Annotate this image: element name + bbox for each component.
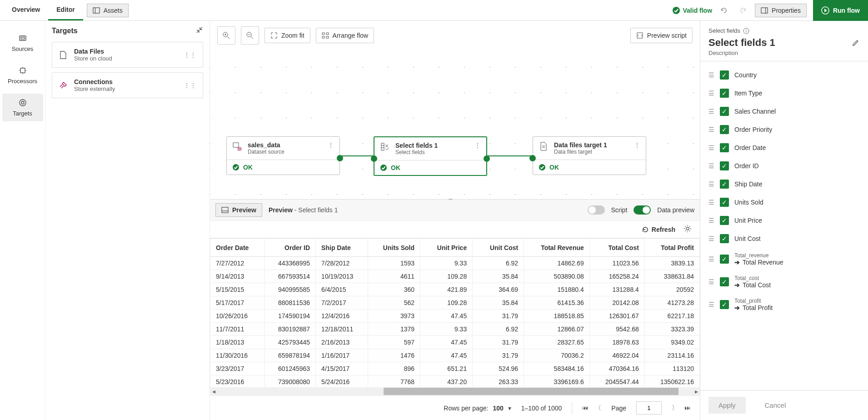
col-header[interactable]: Unit Price bbox=[420, 239, 473, 257]
first-page-button[interactable]: ⏮ bbox=[582, 404, 589, 412]
col-header[interactable]: Units Sold bbox=[368, 239, 420, 257]
field-row[interactable]: ☰✓Sales Channel bbox=[708, 102, 860, 120]
field-row[interactable]: ☰✓Unit Cost bbox=[708, 230, 860, 248]
checkbox[interactable]: ✓ bbox=[720, 161, 729, 170]
field-row[interactable]: ☰✓Unit Price bbox=[708, 211, 860, 230]
collapse-panel-icon[interactable] bbox=[196, 26, 203, 35]
checkbox[interactable]: ✓ bbox=[720, 143, 729, 152]
checkbox[interactable]: ✓ bbox=[720, 216, 729, 225]
drag-handle-icon[interactable]: ☰ bbox=[708, 199, 714, 206]
col-header[interactable]: Total Cost bbox=[589, 239, 644, 257]
table-row[interactable]: 5/17/20178808115367/2/2017562109.2835.84… bbox=[210, 296, 700, 310]
field-row[interactable]: ☰✓Order ID bbox=[708, 157, 860, 175]
node-port-in[interactable] bbox=[529, 155, 536, 161]
field-row[interactable]: ☰✓Units Sold bbox=[708, 193, 860, 211]
zoom-in-button[interactable] bbox=[217, 26, 235, 45]
drag-handle-icon[interactable]: ☰ bbox=[708, 301, 714, 308]
last-page-button[interactable]: ⏭ bbox=[684, 404, 691, 412]
chevron-down-icon[interactable]: ▾ bbox=[508, 405, 511, 412]
table-row[interactable]: 5/15/20159409955856/4/2015360421.89364.6… bbox=[210, 283, 700, 296]
field-row[interactable]: ☰✓Item Type bbox=[708, 84, 860, 102]
node-port-in[interactable] bbox=[371, 155, 377, 162]
field-row[interactable]: ☰✓Order Date bbox=[708, 139, 860, 157]
table-row[interactable]: 10/26/201617459019412/4/2016397347.4531.… bbox=[210, 310, 700, 323]
horizontal-scrollbar[interactable]: ◂ ▸ bbox=[210, 387, 700, 395]
zoom-out-button[interactable] bbox=[241, 26, 259, 45]
drag-handle-icon[interactable]: ☰ bbox=[708, 108, 714, 115]
node-data-files-target[interactable]: Data files target 1 Data files target ⋮ … bbox=[533, 136, 646, 175]
checkbox[interactable]: ✓ bbox=[720, 234, 729, 243]
apply-button[interactable]: Apply bbox=[708, 397, 746, 414]
node-select-fields[interactable]: Select fields 1 Select fields ⋮ OK bbox=[374, 136, 487, 176]
field-row[interactable]: ☰✓Total_profit➔ Total Profit bbox=[708, 293, 860, 316]
table-row[interactable]: 3/23/20176012459634/15/2017896651.21524.… bbox=[210, 362, 700, 375]
field-row[interactable]: ☰✓Ship Date bbox=[708, 175, 860, 193]
col-header[interactable]: Total Profit bbox=[644, 239, 699, 257]
drag-handle-icon[interactable]: ☰ bbox=[708, 255, 714, 263]
data-preview-toggle[interactable] bbox=[634, 205, 651, 215]
col-header[interactable]: Ship Date bbox=[316, 239, 368, 257]
scroll-right-icon[interactable]: ▸ bbox=[693, 388, 700, 395]
rail-item-targets[interactable]: Targets bbox=[2, 94, 43, 121]
rail-item-processors[interactable]: Processors bbox=[2, 61, 43, 89]
field-row[interactable]: ☰✓Total_cost➔ Total Cost bbox=[708, 270, 860, 293]
flow-canvas[interactable]: sales_data Dataset source ⋮ OK Select fi… bbox=[210, 50, 700, 199]
properties-button[interactable]: Properties bbox=[755, 4, 807, 17]
page-input[interactable] bbox=[636, 401, 662, 415]
zoom-fit-button[interactable]: Zoom fit bbox=[264, 28, 310, 43]
prev-page-button[interactable]: 〈 bbox=[595, 404, 601, 412]
table-row[interactable]: 9/14/201366759351410/19/20134611109.2835… bbox=[210, 270, 700, 283]
resize-handle-icon[interactable]: ═ bbox=[449, 196, 461, 199]
col-header[interactable]: Order Date bbox=[210, 239, 265, 257]
run-flow-button[interactable]: Run flow bbox=[813, 0, 868, 21]
checkbox[interactable]: ✓ bbox=[720, 107, 729, 116]
node-port-out[interactable] bbox=[337, 155, 343, 161]
checkbox[interactable]: ✓ bbox=[720, 300, 729, 309]
checkbox[interactable]: ✓ bbox=[720, 180, 729, 189]
cancel-button[interactable]: Cancel bbox=[755, 397, 796, 414]
drag-handle-icon[interactable]: ☰ bbox=[708, 278, 714, 285]
drag-handle-icon[interactable]: ⋮⋮ bbox=[184, 51, 196, 59]
field-row[interactable]: ☰✓Country bbox=[708, 66, 860, 84]
info-icon[interactable]: i bbox=[743, 28, 749, 34]
drag-handle-icon[interactable]: ☰ bbox=[708, 235, 714, 242]
col-header[interactable]: Unit Cost bbox=[473, 239, 524, 257]
scroll-track[interactable] bbox=[217, 388, 693, 395]
redo-button[interactable] bbox=[736, 3, 750, 18]
field-row[interactable]: ☰✓Total_revenue➔ Total Revenue bbox=[708, 248, 860, 270]
checkbox[interactable]: ✓ bbox=[720, 125, 729, 134]
node-menu-icon[interactable]: ⋮ bbox=[328, 141, 334, 149]
field-row[interactable]: ☰✓Order Priority bbox=[708, 120, 860, 139]
node-menu-icon[interactable]: ⋮ bbox=[474, 142, 481, 149]
drag-handle-icon[interactable]: ☰ bbox=[708, 144, 714, 151]
preview-toggle-button[interactable]: Preview bbox=[215, 203, 262, 217]
table-row[interactable]: 5/23/20167390080805/24/20167768437.20263… bbox=[210, 375, 700, 388]
target-card-data-files[interactable]: Data Files Store on cloud ⋮⋮ bbox=[52, 42, 203, 68]
checkbox[interactable]: ✓ bbox=[720, 198, 729, 207]
node-port-out[interactable] bbox=[484, 155, 490, 162]
drag-handle-icon[interactable]: ☰ bbox=[708, 90, 714, 97]
rail-item-sources[interactable]: Sources bbox=[2, 29, 43, 57]
scroll-left-icon[interactable]: ◂ bbox=[210, 388, 217, 395]
checkbox[interactable]: ✓ bbox=[720, 255, 729, 264]
col-header[interactable]: Order ID bbox=[264, 239, 315, 257]
tab-overview[interactable]: Overview bbox=[4, 0, 48, 20]
undo-button[interactable] bbox=[717, 3, 731, 18]
edit-icon[interactable] bbox=[852, 39, 860, 47]
checkbox[interactable]: ✓ bbox=[720, 70, 729, 80]
table-row[interactable]: 11/30/20166598781941/16/2017147647.4531.… bbox=[210, 349, 700, 362]
drag-handle-icon[interactable]: ☰ bbox=[708, 180, 714, 188]
drag-handle-icon[interactable]: ☰ bbox=[708, 126, 714, 133]
drag-handle-icon[interactable]: ⋮⋮ bbox=[184, 82, 196, 89]
table-row[interactable]: 11/7/201183019288712/18/201113799.336.92… bbox=[210, 323, 700, 336]
preview-table-wrap[interactable]: Order Date Order ID Ship Date Units Sold… bbox=[210, 238, 700, 387]
assets-button[interactable]: Assets bbox=[87, 4, 129, 17]
scroll-thumb[interactable] bbox=[384, 388, 678, 395]
node-sales-data[interactable]: sales_data Dataset source ⋮ OK bbox=[226, 136, 340, 175]
settings-button[interactable] bbox=[683, 225, 692, 234]
script-toggle[interactable] bbox=[588, 205, 605, 215]
rows-per-page-value[interactable]: 100 bbox=[493, 405, 503, 412]
refresh-button[interactable]: Refresh bbox=[642, 226, 675, 233]
drag-handle-icon[interactable]: ☰ bbox=[708, 71, 714, 79]
checkbox[interactable]: ✓ bbox=[720, 89, 729, 98]
